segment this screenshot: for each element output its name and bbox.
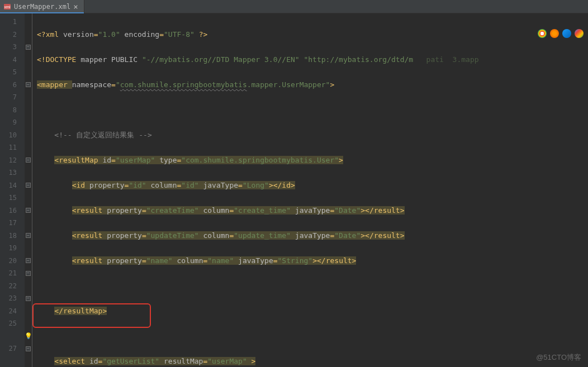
fold-toggle-icon[interactable]: − bbox=[26, 346, 31, 351]
watermark-text: @51CTO博客 bbox=[536, 352, 581, 363]
fold-toggle-icon[interactable]: − bbox=[26, 158, 31, 163]
fold-toggle-icon[interactable]: − bbox=[26, 45, 31, 50]
chrome-icon bbox=[538, 29, 547, 38]
fold-toggle-icon[interactable]: − bbox=[26, 258, 31, 263]
code-area[interactable]: <?xml version="1.0" encoding="UTF-8" ?> … bbox=[32, 13, 588, 367]
close-tab-icon[interactable]: × bbox=[73, 2, 78, 11]
tab-bar: xml UserMapper.xml × bbox=[0, 0, 588, 13]
comment: <!-- 自定义返回结果集 --> bbox=[54, 131, 151, 139]
editor-area: 1234 5678 9101112 13141516 17181920 2122… bbox=[0, 13, 588, 367]
fold-toggle-icon[interactable]: − bbox=[26, 208, 31, 213]
lightbulb-icon[interactable]: 💡 bbox=[25, 332, 32, 340]
fold-toggle-icon[interactable]: − bbox=[26, 82, 31, 87]
xml-file-icon: xml bbox=[3, 3, 11, 11]
browser-icons-overlay bbox=[538, 29, 584, 38]
safari-icon bbox=[562, 29, 571, 38]
close-tag: </resultMap> bbox=[54, 307, 107, 315]
fold-toggle-icon[interactable]: − bbox=[26, 271, 31, 276]
fold-toggle-icon[interactable]: − bbox=[26, 233, 31, 238]
fold-gutter[interactable]: − − − − − − − − − 💡 − bbox=[25, 13, 32, 367]
fold-toggle-icon[interactable]: − bbox=[26, 296, 31, 301]
fold-toggle-icon[interactable]: − bbox=[26, 183, 31, 188]
file-tab[interactable]: xml UserMapper.xml × bbox=[0, 0, 84, 13]
tab-label: UserMapper.xml bbox=[14, 3, 70, 11]
google-icon bbox=[575, 29, 584, 38]
svg-text:xml: xml bbox=[4, 5, 11, 9]
line-number-gutter[interactable]: 1234 5678 9101112 13141516 17181920 2122… bbox=[0, 13, 25, 367]
firefox-icon bbox=[550, 29, 559, 38]
